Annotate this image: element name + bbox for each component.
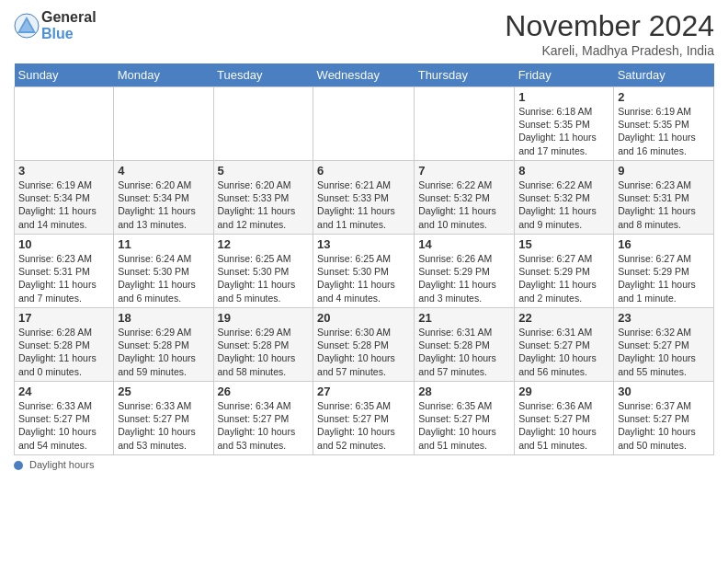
table-row: 12Sunrise: 6:25 AMSunset: 5:30 PMDayligh… — [213, 235, 313, 308]
table-row: 5Sunrise: 6:20 AMSunset: 5:33 PMDaylight… — [213, 161, 313, 235]
day-info: Sunrise: 6:23 AMSunset: 5:31 PMDaylight:… — [18, 252, 109, 304]
day-info: Sunrise: 6:22 AMSunset: 5:32 PMDaylight:… — [418, 178, 510, 231]
calendar-week-3: 17Sunrise: 6:28 AMSunset: 5:28 PMDayligh… — [15, 308, 714, 382]
day-number: 26 — [218, 385, 310, 398]
day-info: Sunrise: 6:26 AMSunset: 5:29 PMDaylight:… — [418, 252, 510, 304]
day-info: Sunrise: 6:36 AMSunset: 5:27 PMDaylight:… — [518, 399, 609, 452]
month-title: November 2024 — [505, 9, 714, 43]
table-row: 19Sunrise: 6:29 AMSunset: 5:28 PMDayligh… — [213, 308, 313, 382]
table-row: 28Sunrise: 6:35 AMSunset: 5:27 PMDayligh… — [415, 382, 515, 455]
day-number: 22 — [518, 311, 609, 325]
day-info: Sunrise: 6:35 AMSunset: 5:27 PMDaylight:… — [317, 399, 410, 452]
day-number: 29 — [518, 385, 609, 398]
col-wednesday: Wednesday — [313, 63, 415, 87]
table-row: 21Sunrise: 6:31 AMSunset: 5:28 PMDayligh… — [415, 308, 515, 382]
day-info: Sunrise: 6:20 AMSunset: 5:33 PMDaylight:… — [218, 178, 310, 231]
day-number: 24 — [18, 385, 109, 398]
day-number: 15 — [518, 237, 609, 251]
table-row: 20Sunrise: 6:30 AMSunset: 5:28 PMDayligh… — [313, 308, 415, 382]
day-info: Sunrise: 6:29 AMSunset: 5:28 PMDaylight:… — [118, 326, 209, 378]
table-row: 16Sunrise: 6:27 AMSunset: 5:29 PMDayligh… — [614, 235, 714, 308]
table-row: 25Sunrise: 6:33 AMSunset: 5:27 PMDayligh… — [114, 382, 213, 455]
day-number: 14 — [418, 237, 510, 251]
day-info: Sunrise: 6:31 AMSunset: 5:27 PMDaylight:… — [518, 326, 609, 378]
day-info: Sunrise: 6:28 AMSunset: 5:28 PMDaylight:… — [18, 326, 109, 378]
table-row: 1Sunrise: 6:18 AMSunset: 5:35 PMDaylight… — [515, 87, 614, 161]
day-number: 20 — [317, 311, 410, 325]
table-row — [415, 87, 515, 161]
table-row: 11Sunrise: 6:24 AMSunset: 5:30 PMDayligh… — [114, 235, 213, 308]
footer-dot-icon — [14, 461, 23, 470]
table-row: 7Sunrise: 6:22 AMSunset: 5:32 PMDaylight… — [415, 161, 515, 235]
day-info: Sunrise: 6:19 AMSunset: 5:35 PMDaylight:… — [618, 105, 710, 157]
day-number: 5 — [218, 164, 310, 178]
page: General Blue November 2024 Kareli, Madhy… — [0, 0, 728, 479]
day-number: 6 — [317, 164, 410, 178]
day-number: 30 — [618, 385, 710, 398]
table-row — [15, 87, 114, 161]
day-info: Sunrise: 6:25 AMSunset: 5:30 PMDaylight:… — [218, 252, 310, 304]
table-row: 29Sunrise: 6:36 AMSunset: 5:27 PMDayligh… — [515, 382, 614, 455]
table-row: 30Sunrise: 6:37 AMSunset: 5:27 PMDayligh… — [614, 382, 714, 455]
header-row: Sunday Monday Tuesday Wednesday Thursday… — [15, 63, 714, 87]
logo-general: General — [41, 9, 97, 26]
title-block: November 2024 Kareli, Madhya Pradesh, In… — [505, 9, 714, 58]
col-monday: Monday — [114, 63, 213, 87]
calendar-week-0: 1Sunrise: 6:18 AMSunset: 5:35 PMDaylight… — [15, 87, 714, 161]
table-row: 14Sunrise: 6:26 AMSunset: 5:29 PMDayligh… — [415, 235, 515, 308]
logo-text: General Blue — [41, 9, 97, 41]
table-row: 17Sunrise: 6:28 AMSunset: 5:28 PMDayligh… — [15, 308, 114, 382]
day-info: Sunrise: 6:34 AMSunset: 5:27 PMDaylight:… — [218, 399, 310, 452]
day-info: Sunrise: 6:30 AMSunset: 5:28 PMDaylight:… — [317, 326, 410, 378]
day-number: 23 — [618, 311, 710, 325]
day-info: Sunrise: 6:20 AMSunset: 5:34 PMDaylight:… — [118, 178, 209, 231]
col-saturday: Saturday — [614, 63, 714, 87]
day-number: 10 — [18, 237, 109, 251]
day-info: Sunrise: 6:27 AMSunset: 5:29 PMDaylight:… — [618, 252, 710, 304]
day-info: Sunrise: 6:22 AMSunset: 5:32 PMDaylight:… — [518, 178, 609, 231]
day-info: Sunrise: 6:33 AMSunset: 5:27 PMDaylight:… — [18, 399, 109, 452]
day-number: 18 — [118, 311, 209, 325]
table-row: 26Sunrise: 6:34 AMSunset: 5:27 PMDayligh… — [213, 382, 313, 455]
day-number: 3 — [18, 164, 109, 178]
day-number: 13 — [317, 237, 410, 251]
table-row: 15Sunrise: 6:27 AMSunset: 5:29 PMDayligh… — [515, 235, 614, 308]
day-number: 12 — [218, 237, 310, 251]
col-thursday: Thursday — [415, 63, 515, 87]
day-info: Sunrise: 6:31 AMSunset: 5:28 PMDaylight:… — [418, 326, 510, 378]
day-number: 25 — [118, 385, 209, 398]
table-row: 10Sunrise: 6:23 AMSunset: 5:31 PMDayligh… — [15, 235, 114, 308]
day-info: Sunrise: 6:37 AMSunset: 5:27 PMDaylight:… — [618, 399, 710, 452]
day-number: 1 — [518, 90, 609, 104]
day-number: 28 — [418, 385, 510, 398]
calendar-week-4: 24Sunrise: 6:33 AMSunset: 5:27 PMDayligh… — [15, 382, 714, 455]
table-row: 22Sunrise: 6:31 AMSunset: 5:27 PMDayligh… — [515, 308, 614, 382]
footer: Daylight hours — [14, 459, 714, 470]
day-info: Sunrise: 6:33 AMSunset: 5:27 PMDaylight:… — [118, 399, 209, 452]
day-info: Sunrise: 6:21 AMSunset: 5:33 PMDaylight:… — [317, 178, 410, 231]
header: General Blue November 2024 Kareli, Madhy… — [14, 9, 714, 58]
day-info: Sunrise: 6:23 AMSunset: 5:31 PMDaylight:… — [618, 178, 710, 231]
day-info: Sunrise: 6:18 AMSunset: 5:35 PMDaylight:… — [518, 105, 609, 157]
day-number: 2 — [618, 90, 710, 104]
table-row: 3Sunrise: 6:19 AMSunset: 5:34 PMDaylight… — [15, 161, 114, 235]
table-row: 6Sunrise: 6:21 AMSunset: 5:33 PMDaylight… — [313, 161, 415, 235]
logo: General Blue — [14, 9, 97, 41]
day-info: Sunrise: 6:27 AMSunset: 5:29 PMDaylight:… — [518, 252, 609, 304]
footer-label: Daylight hours — [29, 459, 94, 470]
day-info: Sunrise: 6:29 AMSunset: 5:28 PMDaylight:… — [218, 326, 310, 378]
table-row — [213, 87, 313, 161]
day-info: Sunrise: 6:24 AMSunset: 5:30 PMDaylight:… — [118, 252, 209, 304]
col-tuesday: Tuesday — [213, 63, 313, 87]
day-number: 17 — [18, 311, 109, 325]
subtitle: Kareli, Madhya Pradesh, India — [505, 43, 714, 58]
day-info: Sunrise: 6:32 AMSunset: 5:27 PMDaylight:… — [618, 326, 710, 378]
table-row: 9Sunrise: 6:23 AMSunset: 5:31 PMDaylight… — [614, 161, 714, 235]
table-row: 27Sunrise: 6:35 AMSunset: 5:27 PMDayligh… — [313, 382, 415, 455]
day-info: Sunrise: 6:19 AMSunset: 5:34 PMDaylight:… — [18, 178, 109, 231]
day-number: 16 — [618, 237, 710, 251]
table-row: 4Sunrise: 6:20 AMSunset: 5:34 PMDaylight… — [114, 161, 213, 235]
day-number: 19 — [218, 311, 310, 325]
table-row — [114, 87, 213, 161]
logo-icon — [14, 13, 40, 39]
